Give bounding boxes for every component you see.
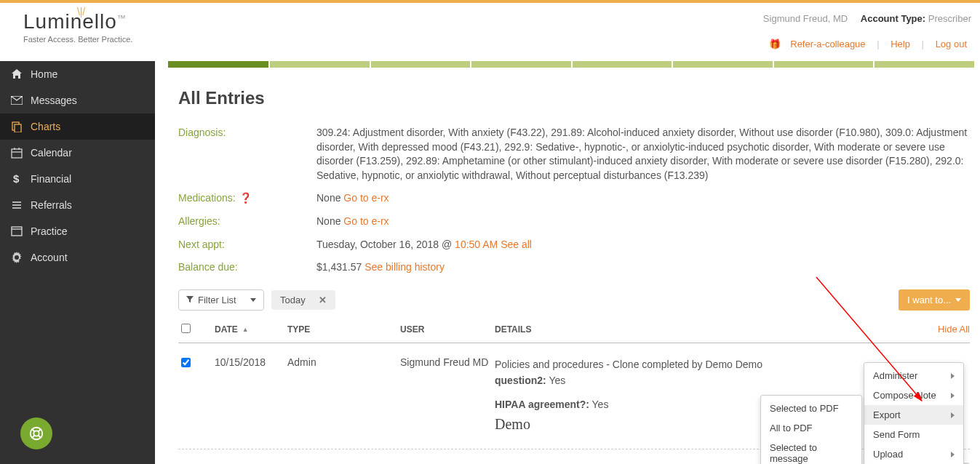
i-want-to-button[interactable]: I want to...	[899, 289, 970, 311]
filter-icon	[186, 296, 194, 303]
row-date: 10/15/2018	[215, 356, 287, 436]
filter-label: Filter List	[198, 295, 236, 305]
sidebar-item-label: Referrals	[31, 199, 72, 211]
chevron-down-icon	[955, 298, 961, 302]
svg-point-13	[33, 431, 39, 436]
allergies-erx-link[interactable]: Go to e-rx	[343, 215, 389, 227]
diagnosis-label: Diagnosis:	[178, 126, 316, 183]
menu-administer[interactable]: Administer	[864, 366, 963, 385]
svg-line-15	[39, 429, 41, 432]
gift-icon: 🎁	[769, 39, 781, 49]
sidebar-item-messages[interactable]: Messages	[0, 87, 155, 113]
submenu-all-pdf[interactable]: All to PDF	[761, 418, 861, 438]
sidebar-item-calendar[interactable]: Calendar	[0, 140, 155, 166]
sidebar-item-label: Messages	[31, 95, 77, 106]
help-link[interactable]: Help	[891, 39, 910, 49]
menu-compose-note[interactable]: Compose Note	[864, 385, 963, 405]
calendar-icon	[10, 147, 23, 159]
submenu-selected-message[interactable]: Selected to message	[761, 438, 861, 464]
filter-list-button[interactable]: Filter List	[178, 289, 264, 311]
home-icon	[10, 68, 23, 80]
tab-strip	[168, 61, 976, 68]
tab[interactable]	[875, 61, 976, 68]
sidebar-item-referrals[interactable]: Referrals	[0, 192, 155, 218]
toolbar: Filter List Today ✕ I want to...	[168, 284, 980, 316]
balance-label: Balance due:	[178, 260, 316, 275]
submenu-selected-pdf[interactable]: Selected to PDF	[761, 399, 861, 418]
medications-erx-link[interactable]: Go to e-rx	[343, 192, 389, 204]
chevron-down-icon	[250, 298, 256, 302]
header: \ | / Luminello™ Faster Access. Better P…	[0, 3, 980, 61]
col-type[interactable]: TYPE	[287, 324, 400, 335]
logo-name: Luminello	[23, 10, 117, 33]
next-appt-label: Next appt:	[178, 238, 316, 252]
separator: |	[922, 39, 924, 49]
chip-close-icon[interactable]: ✕	[319, 295, 327, 305]
sidebar-item-label: Home	[31, 68, 57, 80]
tab[interactable]	[270, 61, 371, 68]
help-icon[interactable]: ❓	[239, 192, 252, 204]
separator: |	[877, 39, 879, 49]
chip-label: Today	[280, 295, 306, 305]
col-user[interactable]: USER	[400, 324, 495, 335]
envelope-icon	[10, 96, 23, 105]
tab[interactable]	[774, 61, 875, 68]
select-all-checkbox[interactable]	[181, 324, 191, 333]
logo[interactable]: \ | / Luminello™ Faster Access. Better P…	[23, 10, 132, 44]
question2-label: question2:	[495, 375, 546, 386]
tab[interactable]	[371, 61, 472, 68]
tab-active[interactable]	[168, 61, 270, 68]
i-want-label: I want to...	[907, 295, 951, 305]
copy-icon	[10, 121, 23, 132]
diagnosis-value: 309.24: Adjustment disorder, With anxiet…	[316, 126, 970, 183]
svg-line-16	[32, 436, 35, 439]
row-checkbox[interactable]	[181, 358, 191, 367]
gear-icon	[10, 252, 23, 263]
sidebar-item-label: Charts	[31, 121, 60, 132]
support-button[interactable]	[20, 417, 52, 449]
sidebar-item-account[interactable]: Account	[0, 244, 155, 271]
chevron-right-icon	[951, 393, 955, 399]
question2-value: Yes	[549, 375, 565, 386]
menu-upload[interactable]: Upload	[864, 444, 963, 464]
chevron-right-icon	[951, 373, 955, 379]
tab[interactable]	[573, 61, 674, 68]
next-appt-link[interactable]: 10:50 AM See all	[455, 239, 532, 250]
sort-asc-icon: ▲	[242, 326, 249, 333]
window-icon	[10, 226, 23, 236]
refer-colleague-link[interactable]: Refer-a-colleague	[790, 39, 865, 49]
page-title: All Entries	[178, 88, 980, 108]
logout-link[interactable]: Log out	[936, 39, 967, 49]
export-submenu: Selected to PDF All to PDF Selected to m…	[760, 395, 862, 464]
allergies-label: Allergies:	[178, 215, 316, 229]
dollar-icon: $	[10, 173, 23, 185]
sidebar-item-home[interactable]: Home	[0, 61, 155, 87]
tab[interactable]	[673, 61, 774, 68]
main-content: All Entries Diagnosis: 309.24: Adjustmen…	[155, 61, 980, 464]
sidebar-item-charts[interactable]: Charts	[0, 113, 155, 140]
logo-text: \ | / Luminello™	[23, 10, 127, 33]
col-details[interactable]: DETAILS	[495, 324, 919, 335]
tab[interactable]	[471, 61, 573, 68]
col-date[interactable]: DATE ▲	[215, 324, 287, 335]
row-type: Admin	[287, 356, 400, 436]
table-header: DATE ▲ TYPE USER DETAILS Hide All	[178, 316, 970, 343]
sidebar: Home Messages Charts Calendar $ Financia…	[0, 61, 155, 464]
menu-send-form[interactable]: Send Form	[864, 425, 963, 444]
patient-summary: Diagnosis: 309.24: Adjustment disorder, …	[168, 126, 980, 275]
sidebar-item-financial[interactable]: $ Financial	[0, 166, 155, 192]
sidebar-item-label: Account	[31, 252, 68, 263]
hipaa-value: Yes	[592, 399, 609, 410]
allergies-value: None Go to e-rx	[316, 215, 970, 229]
i-want-menu: Administer Compose Note Export Send Form…	[864, 362, 964, 464]
next-appt-value: Tuesday, October 16, 2018 @ 10:50 AM See…	[316, 238, 970, 252]
billing-history-link[interactable]: See billing history	[364, 261, 445, 273]
account-type-label: Account Type:	[861, 13, 925, 24]
medications-label: Medications: ❓	[178, 191, 316, 206]
filter-chip-today: Today ✕	[271, 290, 335, 310]
medications-value: None Go to e-rx	[316, 191, 970, 206]
sidebar-item-label: Financial	[31, 173, 71, 185]
sidebar-item-practice[interactable]: Practice	[0, 218, 155, 244]
menu-export[interactable]: Export	[864, 405, 963, 425]
hide-all-link[interactable]: Hide All	[938, 324, 970, 335]
